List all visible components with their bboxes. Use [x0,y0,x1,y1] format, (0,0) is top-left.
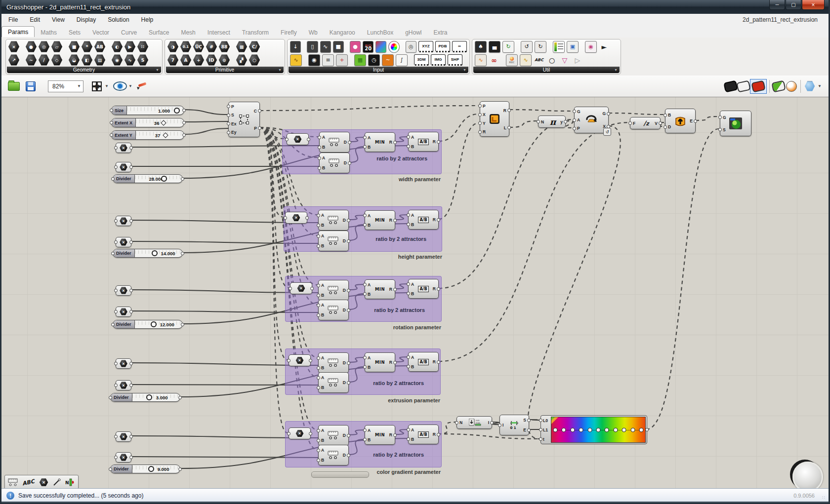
slider-extent-y[interactable]: Extent Y37 [111,130,184,140]
chevron-down-icon[interactable]: ▼ [128,84,132,88]
output-grip[interactable] [310,287,314,290]
slider-track[interactable]: 28.000 [135,175,182,183]
component-icon[interactable]: ÜÇ [193,41,205,53]
component-icon[interactable]: * [81,41,93,53]
input-grip[interactable] [110,133,113,137]
component-icon[interactable]: ♠ [475,41,487,53]
output-grip[interactable] [182,109,186,112]
chevron-down-icon[interactable]: ▼ [105,84,109,88]
point-param-5[interactable]: × [116,285,131,296]
rotate-component[interactable]: GAPGX↺ [574,107,609,133]
output-grip[interactable] [182,121,186,124]
output-grip[interactable] [181,177,184,181]
minimum-2-component[interactable]: ABRMIN [365,210,395,230]
wire[interactable] [696,116,719,120]
component-icon[interactable]: ~ [25,54,37,66]
component-icon[interactable]: ○ [546,55,557,66]
bounds-component[interactable]: NIminmax [456,416,492,429]
tab-params[interactable]: Params [1,26,35,37]
output-grip[interactable] [309,432,312,435]
component-icon[interactable]: ◉ [111,54,123,66]
distance-3a-component[interactable]: ABD [318,280,349,301]
maximize-button[interactable]: ▢ [786,0,801,10]
preview-off-icon[interactable] [724,79,737,94]
gradient-grip[interactable] [639,427,644,432]
input-grip[interactable] [114,435,118,438]
gradient-grip[interactable] [622,427,626,432]
tab-vector[interactable]: Vector [86,27,115,38]
component-icon[interactable]: ∷ [137,41,149,53]
component-icon[interactable]: IMG [431,54,446,66]
distance-1a-component[interactable]: ABD [319,132,350,153]
slider-grip[interactable] [163,132,168,138]
component-icon[interactable]: A [180,54,192,66]
preview-shaded-icon[interactable] [750,79,767,94]
minimize-button[interactable]: ─ [769,0,785,10]
input-grip[interactable] [289,287,292,290]
unit-z-component[interactable]: FV∕z [630,117,661,129]
slider-grip[interactable] [161,176,167,182]
attractor-point-3[interactable]: × [290,282,312,294]
menu-item-edit[interactable]: Edit [25,15,45,25]
input-grip[interactable] [287,432,290,435]
tab-mesh[interactable]: Mesh [175,27,201,38]
line-widget-icon[interactable] [53,478,61,486]
distance-5b-component[interactable]: ABD [318,445,349,465]
output-grip[interactable] [181,252,184,255]
point-param-9[interactable]: × [116,431,131,442]
tab-sets[interactable]: Sets [63,27,86,38]
component-icon[interactable]: ▄ [489,41,500,53]
output-grip[interactable] [129,310,133,313]
component-icon[interactable]: ◒ [68,54,80,66]
slider-track[interactable]: 12.000 [135,320,182,328]
input-grip[interactable] [284,216,287,220]
tab-kangaroo[interactable]: Kangaroo [324,27,361,38]
tab-transform[interactable]: Transform [236,27,275,38]
input-grip[interactable] [110,109,113,112]
sketch-pen-icon[interactable] [136,79,149,94]
component-icon[interactable]: C/ [249,41,260,53]
component-icon[interactable]: 7 [167,54,179,66]
canvas-compass-widget[interactable] [792,462,823,492]
component-icon[interactable]: ◧ [81,54,93,66]
chevron-down-icon[interactable]: ▼ [818,84,822,88]
open-file-icon[interactable] [7,79,20,94]
component-icon[interactable]: ◐ [111,41,123,53]
tab-surface[interactable]: Surface [143,27,175,38]
slider-divider[interactable]: Divider14.000 [113,249,183,258]
point-param-10[interactable]: × [116,452,131,463]
component-icon[interactable]: ≡ [322,54,334,66]
input-grip[interactable] [114,289,118,292]
wire[interactable] [509,110,573,111]
output-grip[interactable] [178,467,182,471]
preview-wireframe-icon[interactable] [737,79,750,94]
menu-item-solution[interactable]: Solution [103,15,134,25]
component-icon[interactable]: ∿ [320,41,331,53]
point-param-1[interactable]: × [116,143,131,153]
tab-extra[interactable]: Extra [428,27,454,38]
input-grip[interactable] [628,121,632,125]
output-grip[interactable] [659,121,662,125]
output-grip[interactable] [129,146,133,150]
output-grip[interactable] [564,120,567,123]
component-icon[interactable]: ◎ [406,41,416,53]
slider-grip[interactable] [146,394,152,400]
ruler-widget-icon[interactable] [8,478,18,486]
pi-component[interactable]: Nyπ [538,116,566,128]
point-widget-icon[interactable]: × [39,478,48,487]
component-icon[interactable]: ID [206,54,217,66]
component-icon[interactable]: ∿ [520,54,532,66]
output-grip[interactable] [129,384,133,387]
component-icon[interactable]: ◷ [368,54,380,66]
output-grip[interactable] [129,435,133,438]
input-grip[interactable] [114,219,118,223]
output-grip[interactable] [182,133,186,137]
component-icon[interactable]: ▣ [567,41,579,53]
wire[interactable] [183,121,228,122]
tab-wb[interactable]: Wb [303,27,324,38]
component-icon[interactable]: ~ [382,54,394,66]
input-grip[interactable] [114,310,118,313]
input-grip[interactable] [111,323,115,326]
chevron-down-icon[interactable]: ▼ [614,68,618,72]
minimum-3-component[interactable]: ABRMIN [365,279,395,299]
